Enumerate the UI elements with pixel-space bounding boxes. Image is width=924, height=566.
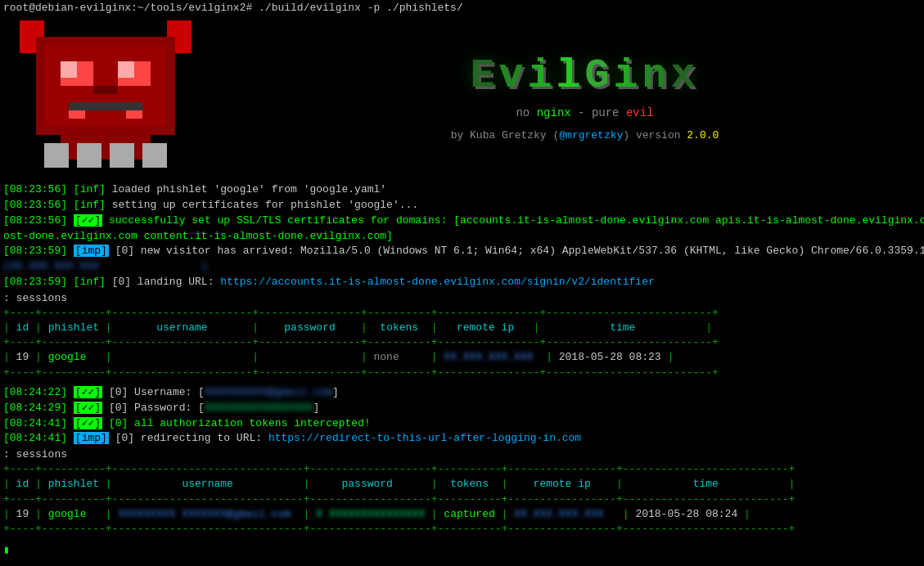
logo-section: EvilGinx no nginx - pure evil by Kuba Gr… — [3, 20, 921, 176]
log-line-3b: ost-done.evilginx.com content.it-is-almo… — [3, 229, 921, 245]
table1-sep: +----+----------+----------------------+… — [3, 335, 921, 350]
svg-rect-15 — [61, 135, 151, 159]
svg-rect-14 — [126, 110, 142, 119]
terminal-title: root@debian-evilginx:~/tools/evilginx2# … — [3, 2, 463, 14]
table2-top-border: +----+----------+-----------------------… — [3, 462, 921, 477]
svg-rect-9 — [61, 61, 77, 78]
svg-rect-3 — [167, 20, 192, 37]
svg-rect-19 — [142, 143, 167, 168]
table2-sep: +----+----------+-----------------------… — [3, 492, 921, 507]
log-line-7: [08:24:29] [✓✓] [0] Password: [XXXXXXXXX… — [3, 401, 921, 416]
sessions-label-1: : sessions — [3, 292, 921, 304]
log-line-8: [08:24:41] [✓✓] [0] all authorization to… — [3, 416, 921, 432]
table1-bottom-border: +----+----------+----------------------+… — [3, 366, 921, 380]
log-line-3: [08:23:56] [✓✓] successfully set up SSL/… — [3, 213, 921, 229]
evilginx-logo-text: EvilGinx — [470, 56, 699, 97]
log-line-4: [08:23:59] [imp] [0] new visitor has arr… — [3, 244, 921, 259]
table2-bottom-border: +----+----------+-----------------------… — [3, 522, 921, 537]
table1-row-1: | 19 | google | | | none | XX.XXX.XXX.XX… — [3, 350, 921, 365]
table-2: +----+----------+-----------------------… — [3, 462, 921, 537]
table2-header: | id | phishlet | username | password | … — [3, 477, 921, 492]
log-line-9: [08:24:41] [imp] [0] redirecting to URL:… — [3, 431, 921, 447]
svg-rect-4 — [175, 37, 192, 53]
svg-rect-13 — [69, 110, 85, 119]
table2-row-1: | 19 | google | XXXXXXXXX XXXXXXX@gmail.… — [3, 507, 921, 522]
prompt-line: ▮ — [3, 543, 921, 556]
logo-text-area: EvilGinx no nginx - pure evil by Kuba Gr… — [241, 56, 921, 142]
sessions-label-2: : sessions — [3, 448, 921, 460]
table1-header: | id | phishlet | username | password | … — [3, 321, 921, 335]
subtitle-line: no nginx - pure evil — [516, 106, 653, 119]
log-line-5: [08:23:59] [inf] [0] landing URL: https:… — [3, 275, 921, 290]
svg-rect-10 — [118, 61, 134, 78]
svg-rect-18 — [110, 143, 134, 168]
log-section-1: [08:23:56] [inf] loaded phishlet 'google… — [3, 182, 921, 290]
byline: by Kuba Gretzky (@mrgretzky) version 2.0… — [451, 129, 719, 142]
cursor-prompt: ▮ — [3, 544, 10, 556]
log-section-2: [08:24:22] [✓✓] [0] Username: [XXXXXXXXX… — [3, 385, 921, 447]
svg-rect-17 — [77, 143, 101, 168]
terminal-window: root@debian-evilginx:~/tools/evilginx2# … — [0, 0, 924, 566]
log-line-4b: (XX.XXX.XXX.XXX ) — [3, 259, 921, 275]
title-bar: root@debian-evilginx:~/tools/evilginx2# … — [3, 2, 921, 14]
svg-rect-11 — [93, 86, 118, 94]
log-line-6: [08:24:22] [✓✓] [0] Username: [XXXXXXXXX… — [3, 385, 921, 401]
table-1: +----+----------+----------------------+… — [3, 306, 921, 380]
svg-rect-16 — [44, 143, 69, 168]
log-line-1: [08:23:56] [inf] loaded phishlet 'google… — [3, 182, 921, 198]
svg-rect-2 — [20, 37, 36, 53]
table1-top-border: +----+----------+----------------------+… — [3, 306, 921, 321]
pixel-art-logo — [3, 20, 241, 176]
log-line-2: [08:23:56] [inf] setting up certificates… — [3, 198, 921, 213]
svg-rect-12 — [69, 102, 142, 110]
svg-rect-1 — [20, 20, 44, 37]
